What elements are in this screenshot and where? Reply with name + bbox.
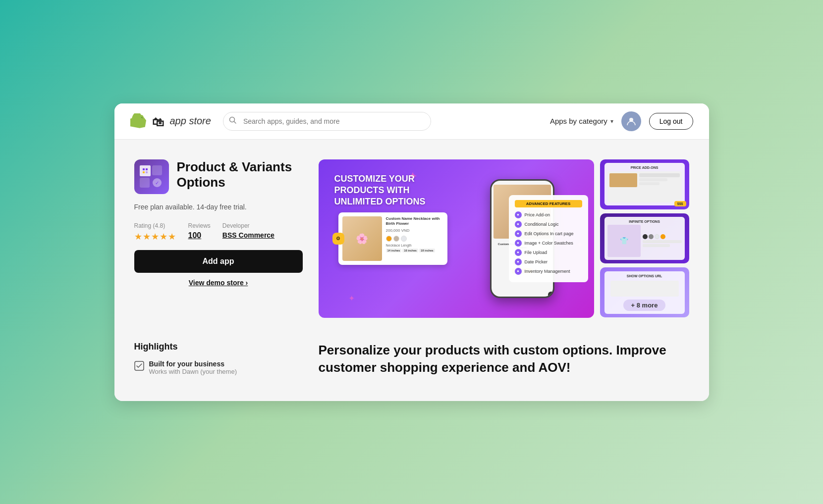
- view-demo-link[interactable]: View demo store ›: [134, 279, 303, 287]
- svg-rect-5: [143, 168, 145, 170]
- highlights-section: Highlights Built for your business Works…: [134, 342, 689, 377]
- main-screenshot[interactable]: ✦ ✦ ✦ CUSTOMIZE YOUR PRODUCTS WITH UNLIM…: [319, 159, 594, 318]
- header: 🛍 app store Apps by category ▾: [114, 103, 709, 140]
- search-bar[interactable]: [223, 112, 431, 131]
- reviews-block: Reviews 100: [188, 222, 211, 242]
- screenshot-2-label: INFINITE OPTIONS: [607, 220, 682, 223]
- logo: 🛍 app store: [130, 113, 211, 129]
- shopify-bag-icon: 🛍: [150, 113, 166, 129]
- features-badge: ADVANCED FEATURES: [515, 200, 582, 207]
- features-overlay: ADVANCED FEATURES ●Price Add-on ●Conditi…: [509, 195, 588, 282]
- app-icon: ✓: [134, 159, 169, 194]
- app-subtitle: Free plan available. 14-day free trial.: [134, 202, 303, 212]
- screenshot-3-label: SHOW OPTIONS URL: [627, 274, 662, 278]
- search-input[interactable]: [223, 112, 431, 131]
- svg-rect-6: [146, 168, 148, 170]
- rating-block: Rating (4.8) ★★★★★: [134, 222, 176, 242]
- more-label: SHOW OPTIONS URL + 8 more: [600, 267, 689, 317]
- app-store-card: 🛍 app store Apps by category ▾: [114, 103, 709, 401]
- developer-block: Developer BSS Commerce: [222, 222, 274, 242]
- screenshot-headline: CUSTOMIZE YOUR PRODUCTS WITH UNLIMITED O…: [334, 173, 434, 208]
- highlight-item: Built for your business Works with Dawn …: [134, 360, 303, 375]
- highlight-sub: Works with Dawn (your theme): [149, 368, 237, 375]
- highlight-main: Built for your business: [149, 360, 237, 368]
- svg-rect-7: [143, 171, 145, 173]
- left-panel: ✓ Product & Variants Options Free plan a…: [134, 159, 303, 287]
- developer-label: Developer: [222, 222, 274, 229]
- highlights-headline: Personalize your products with custom op…: [319, 342, 689, 376]
- stars-display: ★★★★★: [134, 231, 176, 242]
- apps-by-category-label: Apps by category: [550, 117, 607, 125]
- rating-label: Rating (4.8): [134, 222, 176, 229]
- highlights-left: Highlights Built for your business Works…: [134, 342, 303, 377]
- main-content: ✓ Product & Variants Options Free plan a…: [114, 140, 709, 401]
- logo-text: app store: [170, 115, 211, 127]
- side-screenshot-3[interactable]: SHOW OPTIONS URL + 8 more: [600, 267, 689, 317]
- svg-line-3: [234, 121, 236, 123]
- side-screenshot-1[interactable]: PRICE ADD-ONS $$$: [600, 159, 689, 209]
- side-screenshots: PRICE ADD-ONS $$$: [600, 159, 689, 318]
- avatar[interactable]: [621, 111, 641, 131]
- chevron-down-icon: ▾: [610, 118, 613, 125]
- reviews-count[interactable]: 100: [188, 231, 211, 240]
- apps-by-category-button[interactable]: Apps by category ▾: [550, 117, 613, 125]
- developer-name[interactable]: BSS Commerce: [222, 231, 274, 239]
- add-app-button[interactable]: Add app: [134, 250, 303, 273]
- header-nav: Apps by category ▾ Log out: [550, 111, 693, 131]
- highlights-right: Personalize your products with custom op…: [319, 342, 689, 376]
- svg-rect-8: [146, 171, 148, 173]
- app-hero: ✓ Product & Variants Options Free plan a…: [134, 159, 689, 318]
- highlights-title: Highlights: [134, 342, 303, 352]
- app-title-row: ✓ Product & Variants Options: [134, 159, 303, 194]
- screenshot-area: ✦ ✦ ✦ CUSTOMIZE YOUR PRODUCTS WITH UNLIM…: [319, 159, 689, 318]
- shopify-logo-icon: [130, 113, 146, 129]
- svg-text:🛍: 🛍: [152, 115, 164, 129]
- logout-button[interactable]: Log out: [649, 113, 693, 130]
- screenshot-1-label: PRICE ADD-ONS: [631, 166, 658, 169]
- built-for-business-icon: [134, 361, 144, 371]
- reviews-label: Reviews: [188, 222, 211, 229]
- search-icon: [229, 116, 237, 126]
- app-title: Product & Variants Options: [177, 159, 303, 190]
- side-screenshot-2[interactable]: INFINITE OPTIONS 👕: [600, 213, 689, 263]
- meta-row: Rating (4.8) ★★★★★ Reviews 100 Developer…: [134, 222, 303, 242]
- highlight-text: Built for your business Works with Dawn …: [149, 360, 237, 375]
